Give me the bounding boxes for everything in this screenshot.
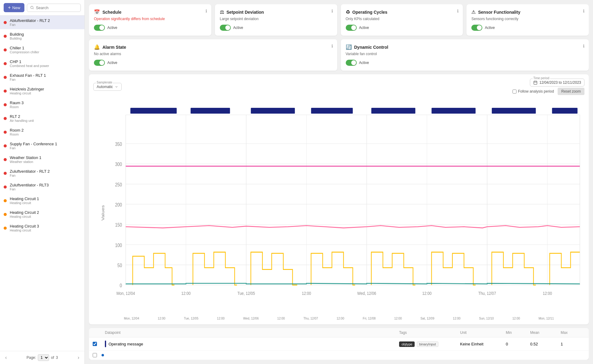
status-dot (4, 76, 7, 79)
sidebar-header: + New (0, 0, 84, 16)
reset-zoom-button[interactable]: Reset zoom (558, 88, 584, 95)
sidebar-item[interactable]: Heating Circuit 3 Heating circuit ⋮ (0, 221, 84, 235)
col-max: Max (561, 330, 585, 335)
item-name: Exhaust Fan - RLT 1 (10, 73, 76, 78)
sidebar-item[interactable]: Heating Circuit 1 Heating circuit ⋮ (0, 194, 84, 207)
svg-text:12:00: 12:00 (181, 291, 191, 296)
new-button[interactable]: + New (4, 3, 24, 12)
kpi-toggle[interactable] (220, 25, 231, 31)
sidebar-item[interactable]: Raum 3 Room ⋮ (0, 98, 84, 111)
follow-period-check[interactable]: Follow analysis period (513, 89, 554, 94)
kpi-toggle[interactable] (471, 25, 482, 31)
item-sub: Heating circuit (10, 228, 76, 232)
follow-period-checkbox[interactable] (513, 90, 516, 94)
toggle-row: Active (94, 60, 332, 66)
svg-text:50: 50 (117, 263, 122, 268)
chevron-down-icon (115, 85, 118, 89)
item-text: Chiller 1 Compression chiller (10, 46, 76, 54)
kpi-toggle[interactable] (94, 60, 105, 66)
sidebar-footer: ‹ Page: 123 of 3 › (0, 351, 84, 364)
info-icon[interactable]: ℹ (583, 44, 584, 48)
col-min: Min (506, 330, 530, 335)
kpi-desc: Operation significantly differs from sch… (94, 17, 206, 22)
col-tags: Tags (399, 330, 460, 335)
search-input[interactable] (36, 5, 77, 10)
sidebar: + New Abluftventilator - RLT 2 Fan ⋮ Bui… (0, 0, 85, 364)
kpi-icon: ⚠ (471, 9, 476, 15)
plus-icon: + (8, 5, 11, 10)
sidebar-item[interactable]: Supply Fan - Conference 1 Fan ⋮ (0, 139, 84, 153)
row-checkbox[interactable] (93, 342, 97, 346)
svg-rect-40 (552, 108, 578, 114)
item-text: Zuluftventilator - RLT 2 Fan (10, 169, 76, 177)
status-dot (4, 186, 7, 189)
samplerate-select[interactable]: Samplerate Automatic (93, 83, 122, 91)
info-icon[interactable]: ℹ (583, 9, 584, 13)
sidebar-item[interactable]: CHP 1 Combined heat and power ⋮ (0, 57, 84, 70)
info-icon[interactable]: ℹ (457, 9, 459, 13)
sidebar-item[interactable]: Heizkreis Zubringer Heating circuit ⋮ (0, 84, 84, 98)
chart-right-controls: Time period 12/04/2023 to 12/11/2023 Fol… (513, 79, 584, 95)
kpi-toggle[interactable] (346, 60, 357, 66)
sidebar-item[interactable]: Abluftventilator - RLT 2 Fan ⋮ (0, 16, 84, 29)
kpi-card-schedule: 📅 Schedule ℹ Operation significantly dif… (89, 4, 211, 36)
item-sub: Room (10, 105, 76, 109)
kpi-desc: Variable fan control (346, 52, 584, 57)
calendar-icon (533, 80, 538, 85)
status-dot (4, 90, 7, 93)
date-range-picker[interactable]: Time period 12/04/2023 to 12/11/2023 (530, 79, 584, 87)
info-icon[interactable]: ℹ (331, 44, 333, 48)
kpi-toggle[interactable] (94, 25, 105, 31)
sidebar-item[interactable]: Room 2 Room ⋮ (0, 125, 84, 139)
status-dot (4, 144, 7, 147)
next-page-button[interactable]: › (76, 354, 81, 361)
new-label: New (12, 5, 20, 10)
info-icon[interactable]: ℹ (205, 9, 207, 13)
toggle-label: Active (485, 26, 495, 30)
item-sub: Building (10, 37, 76, 40)
status-dot (4, 227, 7, 230)
sidebar-item[interactable]: Building Building ⋮ (0, 29, 84, 43)
sidebar-item[interactable]: Heating Circuit 2 Heating circuit ⋮ (0, 207, 84, 221)
partial-checkbox[interactable] (93, 353, 97, 357)
kpi-icon: 🔄 (346, 44, 352, 50)
datapoint-color-bar (105, 341, 106, 347)
main-chart: Binary values 350 300 250 2 (93, 97, 584, 317)
kpi-title: Schedule (102, 10, 121, 15)
item-text: Heating Circuit 3 Heating circuit (10, 224, 76, 232)
kpi-desc: Large setpoint deviation (220, 17, 332, 22)
kpi-header: ♻ Operating Cycles (346, 9, 458, 15)
svg-rect-1 (534, 81, 537, 84)
page-nav: Page: 123 of 3 (27, 354, 58, 361)
partial-row (89, 351, 589, 360)
kpi-title: Operating Cycles (352, 10, 388, 15)
svg-text:Tue, 12/05: Tue, 12/05 (238, 291, 255, 296)
sidebar-item[interactable]: Zuluftventilator - RLT3 Fan ⋮ (0, 180, 84, 194)
min-cell: 0 (506, 342, 530, 346)
item-name: CHP 1 (10, 59, 76, 64)
row-checkbox-cell[interactable] (93, 342, 105, 346)
status-dot (4, 158, 7, 161)
sidebar-item[interactable]: RLT 2 Air handling unit ⋮ (0, 111, 84, 125)
toggle-row: Active (346, 60, 584, 66)
prev-page-button[interactable]: ‹ (4, 354, 8, 361)
status-dot (4, 131, 7, 134)
sidebar-item[interactable]: Weather Station 1 Weather station ⋮ (0, 153, 84, 166)
sidebar-item[interactable]: Chiller 1 Compression chiller ⋮ (0, 43, 84, 57)
kpi-header: 🔔 Alarm State (94, 44, 332, 50)
kpi-toggle[interactable] (346, 25, 357, 31)
item-sub: Combined heat and power (10, 64, 76, 68)
sidebar-item[interactable]: Exhaust Fan - RLT 1 Fan ⋮ (0, 70, 84, 84)
item-text: RLT 2 Air handling unit (10, 114, 76, 122)
kpi-header: ⚠ Sensor Functionality (471, 9, 584, 15)
item-name: Heating Circuit 1 (10, 196, 76, 201)
item-name: Raum 3 (10, 101, 76, 105)
page-select[interactable]: 123 (38, 354, 49, 361)
follow-label: Follow analysis period (518, 89, 554, 94)
kpi-title: Setpoint Deviation (227, 10, 264, 15)
search-box[interactable] (27, 4, 81, 12)
info-icon[interactable]: ℹ (331, 9, 333, 13)
item-sub: Fan (10, 174, 76, 177)
sidebar-item[interactable]: Zuluftventilator - RLT 2 Fan ⋮ (0, 166, 84, 180)
toggle-row: Active (471, 25, 584, 31)
